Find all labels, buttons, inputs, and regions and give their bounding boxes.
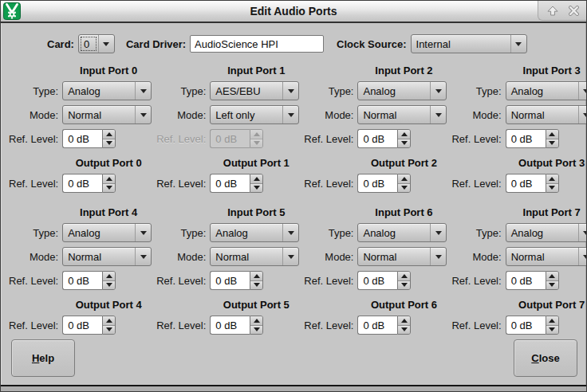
port-title: Input Port 1 [210,65,302,76]
chevron-down-icon[interactable] [135,248,151,265]
spin-up-button[interactable] [398,130,410,139]
mode-select[interactable]: Normal [506,105,587,124]
spin-down-button[interactable] [250,184,262,193]
spin-up-button[interactable] [546,130,558,139]
spin-down-button[interactable] [103,184,115,193]
type-select[interactable]: Analog [357,81,447,100]
spin-up-button[interactable] [398,316,410,326]
chevron-down-icon[interactable] [510,35,526,53]
chevron-down-icon[interactable] [578,248,587,265]
spin-down-button[interactable] [546,281,558,290]
output-port-7-group: Output Port 7 Ref. Level: 0 dB [451,299,587,335]
mode-select[interactable]: Normal [62,247,152,266]
chevron-down-icon[interactable] [430,248,446,265]
ref-level-spinner[interactable]: 0 dB [210,174,263,193]
ref-level-spinner[interactable]: 0 dB [62,271,116,290]
mode-select[interactable]: Normal [357,105,447,124]
clock-source-select[interactable]: Internal [411,34,527,53]
card-driver-field[interactable] [190,35,324,53]
spin-down-button[interactable] [398,326,410,335]
type-select[interactable]: Analog [506,223,587,242]
chevron-down-icon[interactable] [282,82,298,100]
spin-up-button[interactable] [103,316,115,326]
ref-level-row: Ref. Level: 0 dB [9,316,155,335]
spin-down-button[interactable] [103,326,115,335]
spin-up-button[interactable] [103,272,115,281]
type-select[interactable]: Analog [62,81,152,100]
spin-down-button[interactable] [546,326,558,335]
type-select[interactable]: Analog [506,81,587,100]
port-title: Output Port 5 [210,299,302,311]
spin-up-button[interactable] [398,174,410,184]
spin-up-button[interactable] [103,174,115,184]
chevron-down-icon[interactable] [578,106,587,123]
chevron-down-icon[interactable] [135,224,151,241]
spin-down-button[interactable] [398,281,410,290]
chevron-down-icon[interactable] [135,82,151,100]
ref-level-spinner[interactable]: 0 dB [506,271,559,290]
spin-up-button[interactable] [103,130,115,139]
chevron-down-icon[interactable] [578,224,587,241]
titlebar[interactable]: Edit Audio Ports [1,1,586,23]
ref-level-spinner[interactable]: 0 dB [210,316,263,335]
chevron-down-icon[interactable] [98,35,114,53]
dialog-body: Card: 0 Card Driver: Clock Source: Inter… [1,23,586,385]
spin-down-button[interactable] [546,139,558,148]
shade-window-button[interactable] [547,6,558,16]
close-button[interactable]: Close [514,339,577,377]
ref-level-value: 0 dB [210,271,250,290]
help-button[interactable]: Help [11,339,75,377]
ref-level-spinner[interactable]: 0 dB [210,271,263,290]
ref-level-spinner[interactable]: 0 dB [506,174,559,193]
type-select[interactable]: Analog [357,223,447,242]
mode-label: Mode: [325,251,353,263]
spin-down-button[interactable] [398,184,410,193]
ref-level-spinner[interactable]: 0 dB [357,271,411,290]
type-select[interactable]: Analog [62,223,152,242]
spin-down-button[interactable] [546,184,558,193]
chevron-down-icon[interactable] [282,106,298,123]
type-select[interactable]: Analog [210,223,299,242]
chevron-down-icon[interactable] [430,106,446,123]
type-label: Type: [33,85,58,97]
chevron-down-icon[interactable] [578,82,587,100]
spin-up-button[interactable] [546,316,558,326]
ref-level-spinner[interactable]: 0 dB [506,316,559,335]
port-title: Input Port 2 [357,65,450,76]
chevron-down-icon[interactable] [430,82,446,100]
card-select[interactable]: 0 [78,34,115,53]
mode-select[interactable]: Normal [357,247,447,266]
type-value: AES/EBU [211,82,282,100]
ref-level-row: Ref. Level: 0 dB [156,129,302,148]
spin-down-button[interactable] [103,139,115,148]
ref-level-spinner[interactable]: 0 dB [357,129,411,148]
mode-select[interactable]: Left only [210,105,299,124]
spin-down-button[interactable] [398,139,410,148]
ref-level-spinner[interactable]: 0 dB [506,129,559,148]
spin-up-button[interactable] [250,316,262,326]
spin-up-button[interactable] [398,272,410,281]
chevron-down-icon[interactable] [282,248,298,265]
chevron-down-icon[interactable] [282,224,298,241]
spin-up-button[interactable] [250,174,262,184]
ref-level-spinner[interactable]: 0 dB [357,316,411,335]
mode-label: Mode: [325,109,353,121]
mode-select[interactable]: Normal [506,247,587,266]
chevron-down-icon[interactable] [430,224,446,241]
ref-level-spinner[interactable]: 0 dB [357,174,411,193]
ref-level-spinner[interactable]: 0 dB [62,174,116,193]
ref-level-spinner[interactable]: 0 dB [62,316,116,335]
type-select[interactable]: AES/EBU [210,81,299,100]
spin-up-button[interactable] [250,272,262,281]
chevron-down-icon[interactable] [135,106,151,123]
mode-select[interactable]: Normal [210,247,299,266]
close-window-button[interactable] [569,6,579,16]
spin-down-button[interactable] [250,281,262,290]
spin-down-button[interactable] [250,326,262,335]
spin-up-button[interactable] [546,174,558,184]
spin-up-button[interactable] [546,272,558,281]
window-resize-edge[interactable] [1,385,586,391]
spin-down-button[interactable] [103,281,115,290]
ref-level-spinner[interactable]: 0 dB [62,129,116,148]
mode-select[interactable]: Normal [62,105,152,124]
